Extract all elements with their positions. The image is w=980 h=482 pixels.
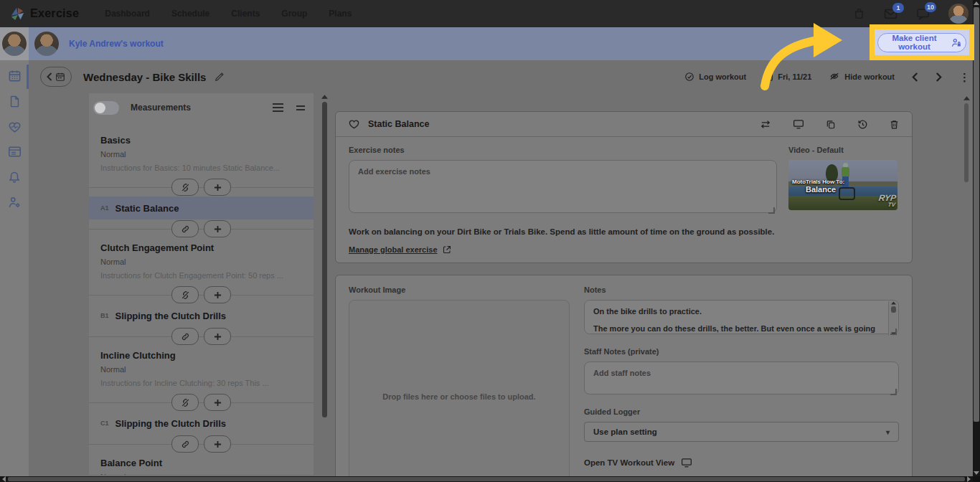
workout-image-dropzone[interactable]: Drop files here or choose files to uploa…	[349, 300, 570, 482]
plus-icon	[214, 399, 222, 407]
add-exercise-button[interactable]	[204, 394, 231, 411]
exercise-item[interactable]: C1 Slipping the Clutch Drills	[89, 412, 314, 435]
scrollbar-corner	[973, 476, 980, 482]
scroll-down-arrow[interactable]	[974, 471, 979, 475]
exercise-item[interactable]: B1 Slipping the Clutch Drills	[89, 304, 314, 327]
nav-item-plans[interactable]: Plans	[329, 9, 352, 19]
link-button[interactable]	[171, 220, 199, 237]
exercise-item[interactable]: Balance Point Normal	[89, 453, 314, 475]
rail-document-icon[interactable]	[9, 95, 21, 108]
brand[interactable]: Exercise	[10, 6, 79, 21]
connector-row	[89, 219, 314, 238]
user-avatar[interactable]	[948, 4, 969, 24]
rail-calendar-icon[interactable]	[8, 69, 22, 82]
favorite-heart-icon[interactable]	[349, 119, 359, 129]
back-to-calendar-button[interactable]	[40, 67, 72, 87]
exercise-video-thumbnail[interactable]: MotoTrials How To: Balance RYP TV	[788, 160, 897, 210]
client-avatar-small[interactable]	[2, 32, 27, 56]
staff-notes-label: Staff Notes (private)	[584, 347, 899, 356]
scroll-up-arrow[interactable]	[974, 1, 979, 5]
unlink-button[interactable]	[171, 394, 199, 411]
open-tv-workout-view[interactable]: Open TV Workout View	[584, 458, 899, 468]
edit-title-icon[interactable]	[215, 72, 225, 82]
detail-scrollbar-thumb[interactable]	[964, 103, 969, 182]
unlink-button[interactable]	[171, 179, 199, 196]
add-exercise-button[interactable]	[204, 435, 231, 453]
rail-bell-icon[interactable]	[8, 170, 21, 184]
client-avatar[interactable]	[34, 32, 59, 56]
history-icon[interactable]	[857, 119, 868, 130]
rail-list-icon[interactable]	[8, 146, 22, 158]
top-nav: Exercise Dashboard Schedule Clients Grou…	[0, 0, 980, 27]
workout-date-button[interactable]: Fri, 11/21	[763, 72, 811, 82]
next-workout-chevron[interactable]	[936, 72, 942, 82]
scroll-left-arrow[interactable]	[2, 476, 6, 482]
list-menu-icon[interactable]	[273, 103, 283, 112]
unlink-icon	[181, 290, 190, 300]
rail-active-indicator	[27, 65, 29, 89]
rail-heart-pulse-icon[interactable]	[8, 120, 22, 133]
plus-icon	[214, 184, 222, 192]
exercise-item[interactable]: Clutch Engagement Point Normal Instructi…	[89, 238, 314, 285]
chat-icon[interactable]: 10	[916, 7, 930, 20]
mail-icon[interactable]: 1	[884, 8, 897, 19]
add-exercise-button[interactable]	[204, 286, 231, 303]
guided-logger-select[interactable]: Use plan setting ▾	[584, 422, 899, 442]
log-workout-button[interactable]: Log workout	[684, 72, 746, 82]
workout-title: Wednesday - Bike Skills	[83, 71, 206, 83]
workout-settings-card: Workout Image Drop files here or choose …	[335, 275, 913, 482]
client-workout-link[interactable]: Kyle Andrew's workout	[69, 39, 164, 49]
scroll-up-arrow[interactable]	[963, 96, 970, 100]
scroll-down-arrow[interactable]	[891, 332, 896, 336]
person-lock-icon	[951, 38, 961, 47]
exercise-notes-input[interactable]	[349, 160, 777, 213]
unlink-button[interactable]	[171, 286, 199, 303]
staff-notes-input[interactable]	[584, 362, 899, 394]
scroll-up-arrow[interactable]	[321, 95, 328, 99]
vertical-scrollbar-thumb[interactable]	[974, 7, 979, 422]
notes-scrollbar-thumb[interactable]	[891, 306, 896, 313]
scroll-up-arrow[interactable]	[891, 301, 896, 305]
client-avatar-strip	[0, 27, 29, 60]
store-bag-icon[interactable]	[853, 7, 865, 20]
exercise-item[interactable]: Basics Normal Instructions for Basics: 1…	[89, 131, 314, 178]
scroll-right-arrow[interactable]	[967, 476, 971, 482]
list-scrollbar-thumb[interactable]	[322, 102, 327, 417]
mail-badge: 1	[892, 3, 904, 13]
add-exercise-button[interactable]	[204, 220, 231, 237]
swap-exercise-icon[interactable]	[760, 120, 771, 129]
exercise-item-selected[interactable]: A1 Static Balance	[89, 197, 314, 219]
rail-client-settings-icon[interactable]	[8, 196, 22, 209]
add-exercise-button[interactable]	[204, 328, 231, 345]
nav-items: Dashboard Schedule Clients Group Plans	[105, 9, 352, 19]
make-client-workout-button[interactable]: Make client workout	[877, 33, 966, 52]
nav-item-schedule[interactable]: Schedule	[171, 9, 209, 19]
nav-item-group[interactable]: Group	[281, 9, 307, 19]
delete-icon[interactable]	[890, 119, 899, 130]
nav-item-dashboard[interactable]: Dashboard	[105, 9, 150, 19]
brand-name: Exercise	[30, 7, 79, 20]
workout-image-label: Workout Image	[349, 285, 570, 294]
nav-item-clients[interactable]: Clients	[231, 9, 260, 19]
list-compact-icon[interactable]	[296, 105, 305, 110]
horizontal-scrollbar-thumb[interactable]	[8, 477, 965, 481]
exercise-notes-label: Exercise notes	[349, 146, 777, 154]
measurements-toggle[interactable]	[93, 101, 119, 115]
workout-menu-kebab[interactable]: ⋮	[959, 72, 970, 82]
prev-workout-chevron[interactable]	[912, 72, 918, 82]
link-button[interactable]	[171, 328, 199, 345]
duplicate-icon[interactable]	[826, 119, 836, 130]
exercise-item[interactable]: Incline Clutching Normal Instructions fo…	[89, 346, 314, 393]
calendar-icon	[55, 72, 65, 82]
hide-workout-button[interactable]: Hide workout	[829, 72, 895, 82]
notes-input[interactable]: On the bike drills to practice. The more…	[584, 300, 899, 334]
link-button[interactable]	[171, 435, 199, 453]
plus-icon	[214, 333, 222, 341]
tv-view-icon[interactable]	[793, 119, 804, 129]
make-client-workout-label: Make client workout	[882, 34, 946, 51]
connector-row	[89, 178, 314, 197]
add-exercise-button[interactable]	[204, 179, 231, 196]
manage-global-exercise-link[interactable]: Manage global exercise	[349, 245, 451, 254]
app-screen: Exercise Dashboard Schedule Clients Grou…	[0, 0, 980, 482]
exercise-list-panel: Measurements Basics Normal Instructions …	[89, 93, 314, 475]
